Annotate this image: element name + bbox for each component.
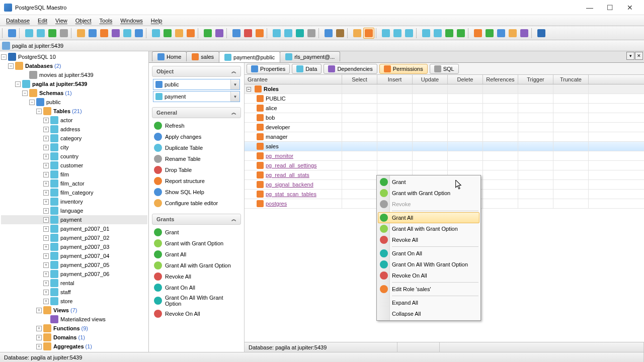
tb-query[interactable] <box>110 28 121 39</box>
role-row-developer[interactable]: developer <box>245 123 644 132</box>
ctx-collapse-all[interactable]: Collapse All <box>378 308 479 319</box>
tree-table-store[interactable]: +store <box>1 297 147 306</box>
tree-aggregates[interactable]: +Aggregates(1) <box>1 342 147 351</box>
ctx-revoke-all[interactable]: Revoke All <box>378 234 479 245</box>
section-general[interactable]: General︽ <box>152 107 241 118</box>
tb-wizard1[interactable] <box>150 28 162 39</box>
tab-rls_payment----[interactable]: rls_payment@... <box>280 51 340 61</box>
tree-table-payment_p2007_06[interactable]: +payment_p2007_06 <box>1 269 147 279</box>
tb-new[interactable] <box>7 28 18 39</box>
ctx-revoke-on-all[interactable]: Revoke On All <box>378 270 479 281</box>
tb-cube[interactable] <box>254 28 265 39</box>
tree-domains[interactable]: +Domains(1) <box>1 333 147 342</box>
tb-filter2[interactable] <box>335 28 346 39</box>
tree-schema-public[interactable]: −public <box>1 98 147 107</box>
menu-windows[interactable]: Windows <box>116 17 147 25</box>
tree-table-payment_p2007_05[interactable]: +payment_p2007_05 <box>1 260 147 269</box>
tree-table-rental[interactable]: +rental <box>1 279 147 288</box>
ctx-expand-all[interactable]: Expand All <box>378 297 479 308</box>
tb-refresh[interactable] <box>47 28 58 39</box>
ctx-grant-on-all[interactable]: Grant On All <box>378 248 479 259</box>
tree-table-country[interactable]: +country <box>1 152 147 161</box>
tb-copy[interactable] <box>421 28 432 39</box>
grant-action-revoke-all[interactable]: Revoke All <box>149 271 244 282</box>
role-row-PUBLIC[interactable]: PUBLIC <box>245 94 644 104</box>
tb-globe[interactable] <box>496 28 507 39</box>
col-header-references[interactable]: References <box>483 75 518 84</box>
menu-tools[interactable]: Tools <box>96 17 117 25</box>
schema-combo[interactable]: public▼ <box>153 79 240 90</box>
tree-table-category[interactable]: +category <box>1 134 147 143</box>
tree-table-film_category[interactable]: +film_category <box>1 188 147 197</box>
close-button[interactable]: ✕ <box>620 2 640 14</box>
tree-table-payment[interactable]: +payment <box>1 215 147 224</box>
menu-object[interactable]: Object <box>71 17 96 25</box>
tree-matviews[interactable]: Materialized views <box>1 315 147 324</box>
tree-schemas[interactable]: −Schemas(1) <box>1 88 147 98</box>
tree-table-payment_p2007_03[interactable]: +payment_p2007_03 <box>1 242 147 251</box>
ctx-grant[interactable]: Grant <box>378 176 479 188</box>
tree-views[interactable]: +Views(7) <box>1 306 147 315</box>
tab-close-button[interactable]: ✕ <box>635 52 643 60</box>
tb-window1[interactable] <box>380 28 391 39</box>
tb-db-add[interactable] <box>24 28 35 39</box>
role-row-bob[interactable]: bob <box>245 113 644 123</box>
ctx-grant-all-with-grant-option[interactable]: Grant All with Grant Option <box>378 223 479 234</box>
detail-tab-data[interactable]: Data <box>292 64 321 74</box>
action-report-structure[interactable]: Report structure <box>149 175 244 187</box>
tb-web[interactable] <box>484 28 495 39</box>
database-explorer[interactable]: −PostgreSQL 10 −Databases(2) movies at j… <box>0 51 149 352</box>
col-header-insert[interactable]: Insert <box>377 75 413 84</box>
tb-compare1[interactable] <box>271 28 282 39</box>
grant-action-grant-all-with-grant-option[interactable]: Grant All with Grant Option <box>149 260 244 271</box>
tree-table-payment_p2007_02[interactable]: +payment_p2007_02 <box>1 233 147 242</box>
tree-table-customer[interactable]: +customer <box>1 161 147 170</box>
col-header-select[interactable]: Select <box>342 75 377 84</box>
tree-root[interactable]: −PostgreSQL 10 <box>1 52 147 61</box>
role-row-pg_read_all_settings[interactable]: pg_read_all_settings <box>245 161 644 170</box>
tb-chart[interactable] <box>231 28 242 39</box>
tree-table-city[interactable]: +city <box>1 143 147 152</box>
action-drop-table[interactable]: Drop Table <box>149 164 244 175</box>
roles-group-row[interactable]: −Roles <box>245 84 644 94</box>
col-header-trigger[interactable]: Trigger <box>518 75 553 84</box>
tb-script[interactable] <box>99 28 110 39</box>
action-rename-table[interactable]: Rename Table <box>149 153 244 164</box>
role-row-pg_monitor[interactable]: pg_monitor <box>245 151 644 161</box>
tb-gear[interactable] <box>306 28 317 39</box>
tree-table-address[interactable]: +address <box>1 125 147 134</box>
tree-db-movies[interactable]: movies at jupiter:5439 <box>1 70 147 79</box>
grant-action-grant-all[interactable]: Grant All <box>149 249 244 260</box>
tb-db-remove[interactable] <box>35 28 46 39</box>
ctx-grant-with-grant-option[interactable]: Grant with Grant Option <box>378 188 479 199</box>
tb-grid[interactable] <box>122 28 133 39</box>
detail-tab-permissions[interactable]: Permissions <box>379 64 428 74</box>
tb-home[interactable] <box>472 28 484 39</box>
role-row-alice[interactable]: alice <box>245 104 644 113</box>
detail-tab-dependencies[interactable]: Dependencies <box>324 64 377 74</box>
tb-filter1[interactable] <box>323 28 334 39</box>
tb-back[interactable] <box>444 28 455 39</box>
tb-settings[interactable] <box>58 28 69 39</box>
tree-table-actor[interactable]: +actor <box>1 116 147 125</box>
ctx-edit-role-sales-[interactable]: Edit Role 'sales' <box>378 284 479 295</box>
tb-export1[interactable] <box>202 28 213 39</box>
table-combo[interactable]: payment▼ <box>153 91 240 102</box>
tab-list-button[interactable]: ▾ <box>626 52 634 60</box>
tree-table-film[interactable]: +film <box>1 170 147 179</box>
maximize-button[interactable]: ☐ <box>600 2 620 14</box>
tb-window3[interactable] <box>404 28 415 39</box>
col-header-update[interactable]: Update <box>413 75 448 84</box>
tb-paste[interactable] <box>432 28 443 39</box>
tb-funnel-active[interactable] <box>363 28 374 39</box>
tree-table-film_actor[interactable]: +film_actor <box>1 179 147 188</box>
action-show-sql-help[interactable]: Show SQL Help <box>149 187 244 198</box>
tb-props[interactable] <box>133 28 144 39</box>
tb-wizard3[interactable] <box>174 28 185 39</box>
tb-wizard4[interactable] <box>185 28 196 39</box>
tree-table-payment_p2007_01[interactable]: +payment_p2007_01 <box>1 224 147 233</box>
tree-databases[interactable]: −Databases(2) <box>1 61 147 70</box>
tb-table[interactable] <box>87 28 98 39</box>
grant-action-grant-with-grant-option[interactable]: Grant with Grant Option <box>149 238 244 249</box>
section-grants[interactable]: Grants︽ <box>152 214 241 225</box>
